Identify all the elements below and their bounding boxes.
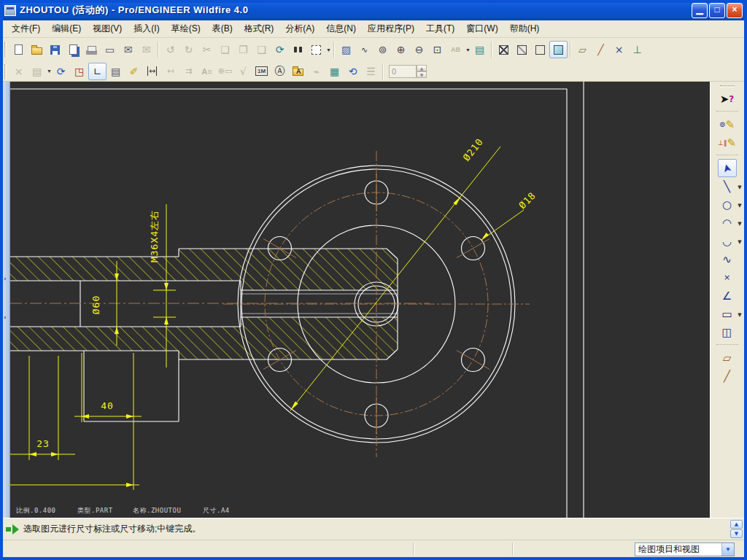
reorient-view-icon[interactable]: ⊚ bbox=[374, 41, 392, 58]
menu-tools[interactable]: 工具(T) bbox=[420, 20, 460, 37]
selection-buffer-icon[interactable] bbox=[307, 41, 325, 58]
sash-open-icon[interactable]: › bbox=[4, 275, 7, 282]
toolbar-grip[interactable] bbox=[4, 64, 7, 79]
section-view[interactable] bbox=[10, 249, 430, 421]
regenerate-icon[interactable]: ⟳ bbox=[271, 41, 289, 58]
insert-balloon-icon[interactable]: Ⓐ bbox=[271, 63, 289, 80]
insert-note-icon[interactable]: A≡ bbox=[198, 63, 216, 80]
zoom-in-icon[interactable]: ⊕ bbox=[392, 41, 410, 58]
message-scroll-down[interactable]: ▼ bbox=[730, 529, 743, 538]
arc-tool-icon[interactable]: ◠▼ bbox=[718, 214, 737, 232]
rename-icon[interactable]: AB bbox=[446, 41, 465, 58]
menu-analysis[interactable]: 分析(A) bbox=[279, 20, 320, 37]
menu-format[interactable]: 格式(R) bbox=[239, 20, 280, 37]
navigator-sash[interactable]: › › bbox=[3, 82, 10, 518]
dim-bore-dia[interactable]: Ø60 bbox=[90, 295, 101, 314]
fillet-tool-icon[interactable]: ◡▼ bbox=[718, 232, 737, 250]
sketch-references-icon[interactable]: ⊚✎ bbox=[718, 115, 737, 133]
point-display-icon[interactable]: × bbox=[610, 41, 628, 58]
undo-icon[interactable]: ↺ bbox=[161, 41, 179, 58]
dim-thread[interactable]: M36X4左右 bbox=[149, 210, 160, 262]
drawing-canvas[interactable]: Ø60 M36X4左右 40 bbox=[10, 82, 710, 518]
custom-symbol-icon[interactable]: ⌁ bbox=[307, 63, 325, 80]
menu-info[interactable]: 信息(N) bbox=[320, 20, 362, 37]
menu-insert[interactable]: 插入(I) bbox=[128, 20, 165, 37]
print-icon[interactable] bbox=[82, 41, 101, 58]
dim-length-40[interactable]: 40 bbox=[101, 400, 114, 411]
chevron-down-icon[interactable]: ▼ bbox=[738, 221, 743, 227]
maximize-button[interactable]: □ bbox=[709, 3, 725, 18]
insert-sheet-icon[interactable]: ◳ bbox=[70, 63, 88, 80]
menu-sketch[interactable]: 草绘(S) bbox=[166, 20, 206, 37]
filter-combobox[interactable]: 绘图项目和视图 ▼ bbox=[635, 542, 735, 556]
close-button[interactable]: × bbox=[727, 3, 743, 18]
menu-view[interactable]: 视图(V) bbox=[87, 20, 128, 37]
insert-ref-dimension-icon[interactable]: ↤ bbox=[161, 63, 179, 80]
delete-icon[interactable]: × bbox=[9, 63, 28, 80]
menu-edit[interactable]: 编辑(E) bbox=[46, 20, 87, 37]
table-grid-icon[interactable]: ▦ bbox=[325, 63, 344, 80]
table-properties-icon[interactable]: ☰ bbox=[362, 63, 380, 80]
lock-view-movement-icon[interactable]: ∟ bbox=[88, 63, 107, 80]
spinner-down-icon[interactable]: ▼ bbox=[417, 71, 427, 78]
use-edge-tool-icon[interactable]: ◫ bbox=[718, 323, 737, 341]
paste-special-icon[interactable]: ❑ bbox=[252, 41, 271, 58]
hidden-line-display-icon[interactable] bbox=[513, 41, 531, 58]
chevron-down-icon[interactable]: ▼ bbox=[738, 203, 743, 209]
chevron-down-icon[interactable]: ▼ bbox=[47, 69, 52, 74]
new-file-icon[interactable] bbox=[9, 41, 28, 58]
find-icon[interactable] bbox=[289, 41, 307, 58]
dim-outer-dia-label[interactable]: Ø210 bbox=[461, 136, 486, 163]
rect-tool-icon[interactable]: ▭▼ bbox=[718, 305, 737, 323]
chevron-down-icon[interactable]: ▼ bbox=[738, 312, 743, 318]
app-icon[interactable] bbox=[4, 5, 16, 16]
copy-icon[interactable]: ❏ bbox=[216, 41, 234, 58]
layers-icon[interactable]: ▤ bbox=[471, 41, 489, 58]
repaint-icon[interactable]: ▨ bbox=[337, 41, 355, 58]
symbol-gallery-icon[interactable] bbox=[289, 63, 307, 80]
no-hidden-display-icon[interactable] bbox=[531, 41, 549, 58]
erase-display-icon[interactable]: ▭ bbox=[101, 41, 119, 58]
chevron-down-icon[interactable]: ▼ bbox=[738, 184, 743, 190]
group-list-icon[interactable]: ▤ bbox=[28, 63, 46, 80]
shaded-display-icon[interactable] bbox=[549, 41, 568, 58]
sheet-number-input[interactable] bbox=[389, 65, 417, 78]
menu-table[interactable]: 表(B) bbox=[206, 20, 239, 37]
dim-length-23[interactable]: 23 bbox=[36, 438, 50, 449]
dimension-text-icon[interactable]: 1M bbox=[252, 63, 271, 80]
menu-help[interactable]: 帮助(H) bbox=[504, 20, 546, 37]
menu-applications[interactable]: 应用程序(P) bbox=[362, 20, 420, 37]
line-tool-icon[interactable]: ╲▼ bbox=[718, 177, 737, 195]
message-scroll-up[interactable]: ▲ bbox=[730, 520, 743, 529]
dim-hole-diameter[interactable]: Ø18 bbox=[481, 190, 538, 240]
cut-icon[interactable]: ✂ bbox=[198, 41, 216, 58]
insert-gtol-icon[interactable]: ⊕▭ bbox=[216, 63, 234, 80]
insert-ordinate-dimension-icon[interactable]: ⇉ bbox=[179, 63, 198, 80]
update-tables-icon[interactable]: ⟲ bbox=[344, 63, 362, 80]
edit-annotations-icon[interactable]: ✐ bbox=[125, 63, 143, 80]
menu-file[interactable]: 文件(F) bbox=[6, 20, 46, 37]
context-help-icon[interactable]: ➤? bbox=[718, 90, 737, 108]
redo-icon[interactable]: ↻ bbox=[179, 41, 198, 58]
toolbar-grip[interactable] bbox=[4, 42, 7, 57]
toolbar-grip[interactable] bbox=[720, 85, 735, 88]
flange-view[interactable]: Ø210 Ø18 bbox=[223, 136, 538, 457]
dim-hole-dia-label[interactable]: Ø18 bbox=[516, 190, 538, 211]
spline-tool-icon[interactable]: ∿ bbox=[718, 250, 737, 268]
title-bar[interactable]: ZHOUTOU (活动的) - Pro/ENGINEER Wildfire 4.… bbox=[0, 0, 747, 20]
insert-table-icon[interactable]: ▤ bbox=[107, 63, 125, 80]
xsec-line-icon[interactable]: ╱ bbox=[718, 367, 737, 385]
xsec-region-icon[interactable]: ▱ bbox=[718, 349, 737, 367]
circle-tool-icon[interactable]: ○▼ bbox=[718, 195, 737, 214]
select-icon[interactable]: ➤ bbox=[718, 159, 737, 177]
chevron-down-icon[interactable]: ▼ bbox=[326, 47, 331, 52]
spinner-up-icon[interactable]: ▲ bbox=[417, 65, 427, 71]
csys-display-icon[interactable]: ⊥ bbox=[628, 41, 646, 58]
datum-axis-display-icon[interactable]: ╱ bbox=[592, 41, 610, 58]
open-file-icon[interactable] bbox=[28, 41, 46, 58]
surface-finish-icon[interactable]: √ bbox=[234, 63, 252, 80]
chevron-down-icon[interactable]: ▼ bbox=[465, 47, 471, 52]
chamfer-tool-icon[interactable]: ∠ bbox=[718, 287, 737, 305]
chevron-down-icon[interactable]: ▼ bbox=[721, 543, 734, 556]
minimize-button[interactable]: ▁ bbox=[692, 3, 708, 18]
